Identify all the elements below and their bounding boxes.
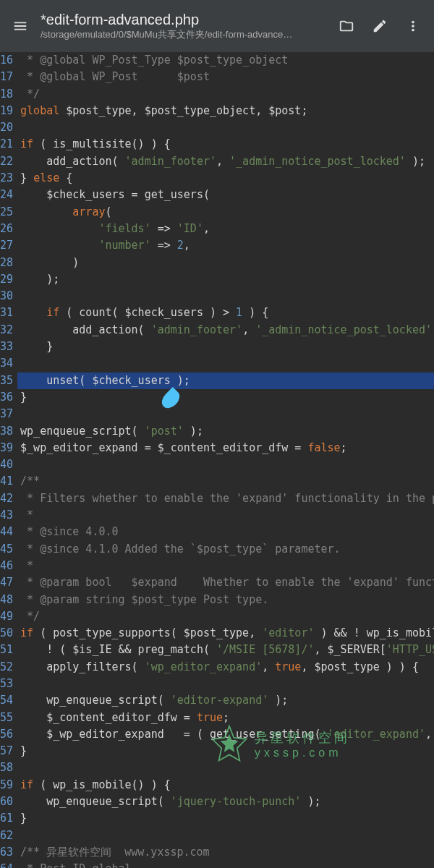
code-line[interactable]: * Post ID global (20, 861, 434, 868)
code-line[interactable]: * @since 4.0.0 (20, 524, 434, 540)
code-line[interactable]: wp_enqueue_script( 'editor-expand' ); (20, 692, 434, 709)
line-number: 23 (0, 170, 13, 187)
line-number: 57 (0, 743, 13, 760)
code-line[interactable]: * @since 4.1.0 Added the `$post_type` pa… (20, 541, 434, 558)
line-number: 46 (0, 558, 13, 574)
file-title: *edit-form-advanced.php (41, 12, 331, 28)
code-line[interactable]: unset( $check_users ); (17, 373, 434, 389)
code-line[interactable] (20, 119, 434, 136)
code-line[interactable]: $_content_editor_dfw = true; (20, 710, 434, 726)
code-line[interactable]: } (20, 810, 434, 827)
line-number: 28 (0, 255, 13, 271)
code-line[interactable]: ! ( $is_IE && preg_match( '/MSIE [5678]/… (20, 642, 434, 658)
code-line[interactable]: * @global WP_Post_Type $post_type_object (20, 52, 434, 69)
line-number: 54 (0, 692, 13, 709)
line-number: 55 (0, 710, 13, 726)
code-line[interactable]: */ (20, 608, 434, 625)
line-number: 44 (0, 524, 13, 540)
code-line[interactable] (20, 355, 434, 372)
line-number: 26 (0, 221, 13, 237)
code-line[interactable] (20, 288, 434, 305)
edit-icon[interactable] (365, 11, 395, 41)
code-line[interactable]: * @global WP_Post $post (20, 69, 434, 85)
line-number: 60 (0, 793, 13, 810)
line-number: 42 (0, 490, 13, 507)
line-number: 17 (0, 69, 13, 85)
line-number: 16 (0, 52, 13, 69)
code-line[interactable]: * (20, 558, 434, 574)
line-number: 34 (0, 355, 13, 372)
line-number: 43 (0, 507, 13, 524)
code-line[interactable]: * @param string $post_type Post type. (20, 592, 434, 608)
code-line[interactable]: add_action( 'admin_footer', '_admin_noti… (20, 153, 434, 170)
code-line[interactable]: /** 异星软件空间 www.yxssp.com (20, 844, 434, 861)
line-number: 18 (0, 86, 13, 103)
line-number: 32 (0, 322, 13, 339)
line-number: 37 (0, 406, 13, 422)
code-line[interactable]: $check_users = get_users( (20, 187, 434, 203)
line-number: 40 (0, 456, 13, 473)
code-line[interactable]: ); (20, 271, 434, 288)
code-line[interactable]: add_action( 'admin_footer', '_admin_noti… (20, 322, 434, 339)
code-line[interactable]: * Filters whether to enable the 'expand'… (20, 490, 434, 507)
line-number: 22 (0, 153, 13, 170)
line-number: 38 (0, 423, 13, 440)
line-number: 62 (0, 827, 13, 844)
code-line[interactable] (20, 406, 434, 422)
line-number: 48 (0, 592, 13, 608)
header-actions (331, 11, 428, 41)
code-line[interactable]: 'number' => 2, (20, 237, 434, 254)
code-line[interactable]: wp_enqueue_script( 'jquery-touch-punch' … (20, 793, 434, 810)
line-number: 61 (0, 810, 13, 827)
code-line[interactable]: } (20, 339, 434, 355)
code-line[interactable]: /** (20, 473, 434, 490)
code-editor[interactable]: 1617181920212223242526272829303132333435… (0, 52, 434, 868)
line-number: 33 (0, 339, 13, 355)
code-line[interactable]: * @param bool $expand Whether to enable … (20, 574, 434, 591)
line-gutter: 1617181920212223242526272829303132333435… (0, 52, 17, 868)
line-number: 63 (0, 844, 13, 861)
line-number: 31 (0, 305, 13, 321)
code-line[interactable]: $_wp_editor_expand = $_content_editor_df… (20, 440, 434, 456)
watermark: 异星软件空间 yxssp.com (210, 725, 350, 764)
code-line[interactable]: 'fields' => 'ID', (20, 221, 434, 237)
line-number: 21 (0, 136, 13, 153)
line-number: 45 (0, 541, 13, 558)
line-number: 41 (0, 473, 13, 490)
line-number: 24 (0, 187, 13, 203)
line-number: 58 (0, 760, 13, 776)
code-line[interactable]: array( (20, 204, 434, 221)
code-line[interactable]: apply_filters( 'wp_editor_expand', true,… (20, 659, 434, 676)
line-number: 27 (0, 237, 13, 254)
code-line[interactable] (20, 676, 434, 692)
watermark-text-1: 异星软件空间 (255, 729, 350, 746)
code-line[interactable]: ) (20, 255, 434, 271)
line-number: 39 (0, 440, 13, 456)
line-number: 52 (0, 659, 13, 676)
code-line[interactable]: */ (20, 86, 434, 103)
more-icon[interactable] (398, 11, 428, 41)
code-line[interactable]: * (20, 507, 434, 524)
code-line[interactable]: } else { (20, 170, 434, 187)
line-number: 53 (0, 676, 13, 692)
code-line[interactable] (20, 456, 434, 473)
title-area: *edit-form-advanced.php /storage/emulate… (41, 12, 331, 41)
line-number: 50 (0, 625, 13, 642)
code-line[interactable]: wp_enqueue_script( 'post' ); (20, 423, 434, 440)
code-line[interactable]: if ( count( $check_users ) > 1 ) { (20, 305, 434, 321)
line-number: 56 (0, 726, 13, 743)
code-line[interactable]: } (20, 389, 434, 406)
menu-icon[interactable] (6, 12, 35, 41)
line-number: 20 (0, 119, 13, 136)
code-line[interactable]: if ( wp_is_mobile() ) { (20, 777, 434, 793)
code-line[interactable] (20, 827, 434, 844)
code-line[interactable]: global $post_type, $post_type_object, $p… (20, 103, 434, 119)
code-line[interactable]: if ( post_type_supports( $post_type, 'ed… (20, 625, 434, 642)
line-number: 64 (0, 861, 13, 868)
watermark-text-2: yxssp.com (255, 746, 350, 760)
line-number: 19 (0, 103, 13, 119)
folder-open-icon[interactable] (331, 11, 362, 41)
line-number: 47 (0, 574, 13, 591)
star-icon (210, 725, 249, 764)
code-line[interactable]: if ( is_multisite() ) { (20, 136, 434, 153)
